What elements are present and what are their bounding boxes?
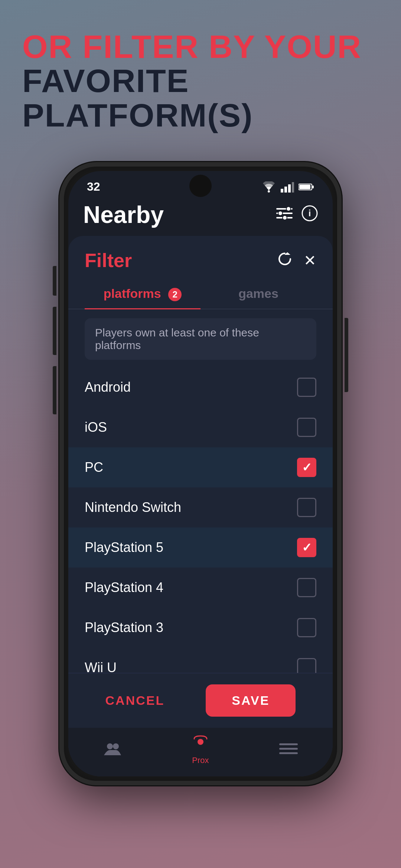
app-header-icons: i [276,205,318,225]
app-header: Nearby [68,197,333,236]
svg-rect-24 [279,748,298,750]
tab-platforms[interactable]: platforms 2 [85,279,200,309]
checkbox-android[interactable] [297,378,316,397]
platform-item-wii-u[interactable]: Wii U [68,648,333,673]
filter-header: Filter ✕ [68,236,333,279]
bottom-nav: Prox [68,728,333,776]
platform-item-ps3[interactable]: PlayStation 3 [68,608,333,648]
platform-name-nintendo-switch: Nintendo Switch [85,500,181,515]
svg-point-0 [268,190,270,193]
svg-rect-2 [284,187,287,193]
svg-rect-6 [312,185,314,188]
volume-mute-button[interactable] [53,266,56,296]
checkbox-wii-u[interactable] [297,658,316,673]
info-icon[interactable]: i [301,205,318,225]
tab-games[interactable]: games [200,279,316,309]
svg-point-20 [107,743,113,749]
platform-item-nintendo-switch[interactable]: Nintendo Switch [68,487,333,527]
camera-notch [189,175,212,197]
volume-up-button[interactable] [53,307,56,355]
volume-down-button[interactable] [53,366,56,414]
svg-rect-8 [276,208,287,210]
reset-filter-button[interactable] [276,250,293,271]
nav-item-nearby[interactable] [103,741,122,759]
platform-item-ps4[interactable]: PlayStation 4 [68,568,333,608]
status-time: 32 [87,180,100,194]
svg-rect-4 [292,182,294,193]
filter-sliders-icon[interactable] [276,207,293,223]
nearby-icon [103,741,122,759]
platform-item-android[interactable]: Android [68,367,333,407]
svg-text:i: i [309,208,311,218]
checkbox-ios[interactable] [297,418,316,437]
tab-platforms-label: platforms [104,286,161,300]
platform-name-wii-u: Wii U [85,660,117,673]
promo-section: OR FILTER BY YOUR FAVORITE PLATFORM(S) [0,0,401,155]
cancel-button[interactable]: CANCEL [105,693,165,708]
platform-item-ps5[interactable]: PlayStation 5 [68,527,333,568]
close-filter-button[interactable]: ✕ [304,252,316,269]
checkbox-ps3[interactable] [297,618,316,637]
svg-rect-1 [281,189,283,193]
filter-actions: CANCEL SAVE [68,673,333,728]
platform-item-ios[interactable]: iOS [68,407,333,447]
phone-screen: 32 [68,171,333,776]
promo-line1: OR FILTER BY YOUR [22,30,379,64]
prox-icon [191,735,210,753]
checkbox-ps4[interactable] [297,578,316,597]
phone-screen-frame: 32 [59,162,342,785]
menu-icon [279,742,298,759]
platform-list: Android iOS PC Nintendo Switch [68,364,333,673]
platform-name-android: Android [85,379,131,395]
status-icons [261,181,314,193]
promo-line2: FAVORITE PLATFORM(S) [22,64,379,132]
platform-name-ios: iOS [85,420,107,435]
svg-point-22 [198,739,203,745]
prox-label: Prox [192,756,209,765]
nav-item-prox[interactable]: Prox [191,735,210,765]
filter-panel: Filter ✕ [68,236,333,776]
power-button[interactable] [345,318,348,392]
checkbox-pc[interactable] [297,458,316,477]
signal-icon [281,181,294,193]
svg-rect-12 [281,213,293,214]
svg-rect-25 [279,752,298,754]
svg-point-21 [113,743,119,749]
filter-title: Filter [85,249,132,272]
platform-description: Players own at least one of these platfo… [85,318,316,360]
svg-point-10 [286,207,291,211]
platform-name-ps4: PlayStation 4 [85,580,163,595]
tab-games-label: games [238,286,278,300]
checkbox-ps5[interactable] [297,538,316,557]
svg-point-13 [278,211,283,216]
svg-rect-7 [299,185,310,189]
svg-point-16 [283,216,287,220]
filter-header-actions: ✕ [276,250,316,271]
svg-rect-23 [279,743,298,745]
checkbox-nintendo-switch[interactable] [297,498,316,517]
filter-tabs: platforms 2 games [68,279,333,309]
platform-name-ps5: PlayStation 5 [85,540,163,555]
wifi-icon [261,181,276,193]
platform-name-ps3: PlayStation 3 [85,620,163,635]
nav-item-menu[interactable] [279,742,298,759]
platform-name-pc: PC [85,460,103,475]
app-title: Nearby [83,201,164,228]
svg-rect-3 [288,184,291,193]
platforms-badge: 2 [168,288,182,301]
phone-frame: 32 [59,162,342,785]
battery-icon [299,183,314,191]
save-button[interactable]: SAVE [206,684,296,717]
platform-item-pc[interactable]: PC [68,447,333,487]
